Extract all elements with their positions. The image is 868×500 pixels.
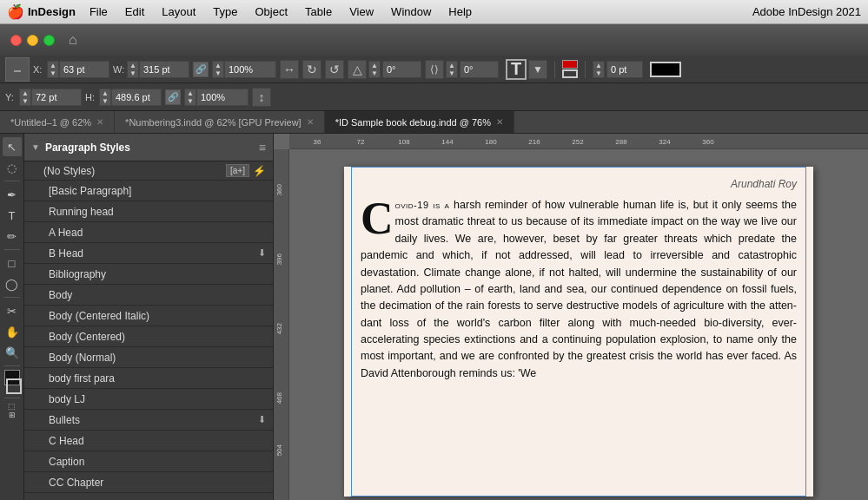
ruler-label-180: 180 bbox=[485, 138, 496, 146]
quick-apply-icon[interactable]: ⚡ bbox=[253, 165, 266, 177]
w-input[interactable]: 315 pt bbox=[139, 61, 189, 78]
menu-type[interactable]: Type bbox=[206, 3, 244, 20]
view-mode-icon[interactable]: ⬚⊞ bbox=[8, 402, 16, 419]
angle1-input[interactable]: 0° bbox=[382, 61, 421, 78]
menu-window[interactable]: Window bbox=[384, 3, 438, 20]
menu-object[interactable]: Object bbox=[248, 3, 295, 20]
zoom-tool[interactable]: 🔍 bbox=[3, 343, 22, 362]
tab-label-id-sample: *ID Sample book debug.indd @ 76% bbox=[335, 117, 491, 128]
menu-file[interactable]: File bbox=[83, 3, 115, 20]
style-label: A Head bbox=[49, 227, 83, 239]
close-button[interactable] bbox=[10, 35, 22, 46]
scalex-up-arrow[interactable]: ▲▼ bbox=[212, 61, 224, 78]
stroke-width-arrow[interactable]: ▲▼ bbox=[593, 61, 605, 78]
constrain-proportions-icon2[interactable]: 🔗 bbox=[165, 89, 181, 105]
flip-vertical-icon[interactable]: ↕ bbox=[252, 88, 271, 107]
stroke-width-input[interactable]: 0 pt bbox=[606, 61, 643, 78]
text-options-btn[interactable]: ▼ bbox=[528, 60, 547, 79]
panel-menu-icon[interactable]: ≡ bbox=[259, 141, 266, 155]
pencil-tool[interactable]: ✏ bbox=[3, 227, 22, 246]
tab-label-untitled: *Untitled–1 @ 62% bbox=[10, 117, 91, 128]
angle2-arrow[interactable]: ▲▼ bbox=[446, 61, 458, 78]
style-caption[interactable]: Caption bbox=[24, 451, 273, 472]
w-up-arrow[interactable]: ▲▼ bbox=[127, 61, 139, 78]
menu-help[interactable]: Help bbox=[441, 3, 479, 20]
reference-point-selector[interactable] bbox=[5, 57, 30, 82]
h-up-arrow[interactable]: ▲▼ bbox=[99, 89, 111, 106]
style-body-first-para[interactable]: body first para bbox=[24, 368, 273, 389]
style-basic-paragraph[interactable]: [Basic Paragraph] bbox=[24, 181, 273, 201]
ruler-label-36: 36 bbox=[314, 138, 321, 146]
menu-table[interactable]: Table bbox=[298, 3, 339, 20]
constrain-proportions-icon[interactable]: 🔗 bbox=[193, 62, 209, 77]
rotate-cw-icon[interactable]: ↻ bbox=[302, 60, 321, 79]
menu-layout[interactable]: Layout bbox=[155, 3, 202, 20]
no-styles-row[interactable]: (No Styles) [a+] ⚡ bbox=[24, 161, 273, 181]
direct-select-tool[interactable]: ◌ bbox=[3, 158, 22, 177]
tools-sidebar: ↖ ◌ ✒ T ✏ □ ◯ ✂ ✋ 🔍 ⬚⊞ bbox=[0, 134, 24, 500]
maximize-button[interactable] bbox=[43, 35, 55, 46]
collapse-arrow-icon[interactable]: ▼ bbox=[31, 142, 40, 152]
stroke-style-swatch[interactable] bbox=[650, 62, 681, 77]
style-body[interactable]: Body bbox=[24, 285, 273, 306]
scale-y-input[interactable]: 100% bbox=[196, 89, 248, 106]
fill-swatch[interactable] bbox=[562, 60, 578, 69]
tab-untitled[interactable]: *Untitled–1 @ 62% ✕ bbox=[0, 111, 115, 133]
ellipse-tool[interactable]: ◯ bbox=[3, 274, 22, 293]
flip-horizontal-icon[interactable]: ↔ bbox=[280, 60, 299, 79]
tab-close-numbering[interactable]: ✕ bbox=[307, 117, 314, 127]
style-bibliography[interactable]: Bibliography bbox=[24, 264, 273, 285]
text-frame[interactable]: Arundhati Roy Covid-19 is a harsh remind… bbox=[351, 167, 806, 497]
style-label: Bullets bbox=[49, 414, 80, 426]
stroke-swatch[interactable] bbox=[562, 69, 578, 78]
style-c-head[interactable]: C Head bbox=[24, 431, 273, 451]
style-body-normal[interactable]: Body (Normal) bbox=[24, 347, 273, 368]
style-bullets[interactable]: Bullets ⬇ bbox=[24, 410, 273, 431]
x-input[interactable]: 63 pt bbox=[59, 61, 109, 78]
minimize-button[interactable] bbox=[27, 35, 38, 46]
menu-view[interactable]: View bbox=[342, 3, 381, 20]
scaley-up-arrow[interactable]: ▲▼ bbox=[184, 89, 196, 106]
style-label: Body bbox=[49, 289, 72, 301]
rotate-ccw-icon[interactable]: ↺ bbox=[325, 60, 344, 79]
angle2-input[interactable]: 0° bbox=[460, 61, 499, 78]
style-body-lj[interactable]: body LJ bbox=[24, 389, 273, 410]
angle1-arrow[interactable]: ▲▼ bbox=[368, 61, 381, 78]
scale-x-input[interactable]: 100% bbox=[224, 61, 276, 78]
h-input[interactable]: 489.6 pt bbox=[111, 89, 162, 106]
x-up-arrow[interactable]: ▲▼ bbox=[47, 61, 59, 78]
main-area: ↖ ◌ ✒ T ✏ □ ◯ ✂ ✋ 🔍 ⬚⊞ bbox=[0, 134, 868, 500]
y-input[interactable]: 72 pt bbox=[31, 89, 82, 106]
pen-tool[interactable]: ✒ bbox=[3, 185, 22, 204]
style-b-head[interactable]: B Head ⬇ bbox=[24, 243, 273, 264]
hand-tool[interactable]: ✋ bbox=[3, 322, 22, 341]
style-label: body LJ bbox=[49, 393, 85, 405]
stroke-color-box[interactable] bbox=[6, 378, 22, 394]
home-icon[interactable]: ⌂ bbox=[69, 32, 77, 48]
scissors-tool[interactable]: ✂ bbox=[3, 301, 22, 320]
new-style-badge[interactable]: [a+] bbox=[226, 164, 249, 177]
style-body-centered-italic[interactable]: Body (Centered Italic) bbox=[24, 306, 273, 326]
text-tool[interactable]: T bbox=[3, 206, 22, 225]
tab-close-id-sample[interactable]: ✕ bbox=[496, 117, 503, 127]
style-running-head[interactable]: Running head bbox=[24, 201, 273, 222]
toolbar-transform: X: ▲▼ 63 pt W: ▲▼ 315 pt 🔗 ▲▼ 100% ↔ ↻ ↺… bbox=[0, 56, 868, 83]
text-frame-icon: T bbox=[506, 59, 527, 80]
y-up-arrow[interactable]: ▲▼ bbox=[19, 89, 31, 106]
menu-edit[interactable]: Edit bbox=[118, 3, 151, 20]
tab-id-sample[interactable]: *ID Sample book debug.indd @ 76% ✕ bbox=[325, 111, 514, 133]
scale-x-group: ▲▼ 100% bbox=[212, 61, 276, 78]
select-tool[interactable]: ↖ bbox=[3, 137, 22, 156]
apple-menu[interactable]: 🍎 bbox=[7, 3, 24, 21]
canvas-scroll-area[interactable]: Arundhati Roy Covid-19 is a harsh remind… bbox=[289, 149, 868, 500]
author-line: Arundhati Roy bbox=[361, 178, 797, 190]
style-a-head[interactable]: A Head bbox=[24, 222, 273, 243]
style-cc-chapter[interactable]: CC Chapter bbox=[24, 472, 273, 493]
style-body-centered[interactable]: Body (Centered) bbox=[24, 326, 273, 347]
tab-close-untitled[interactable]: ✕ bbox=[96, 117, 103, 127]
tab-numbering[interactable]: *Numbering3.indd @ 62% [GPU Preview] ✕ bbox=[115, 111, 325, 133]
ruler-label-216: 216 bbox=[528, 138, 540, 146]
rectangle-tool[interactable]: □ bbox=[3, 253, 22, 273]
document-page: Arundhati Roy Covid-19 is a harsh remind… bbox=[344, 167, 813, 497]
panel-title-text: Paragraph Styles bbox=[45, 141, 130, 154]
